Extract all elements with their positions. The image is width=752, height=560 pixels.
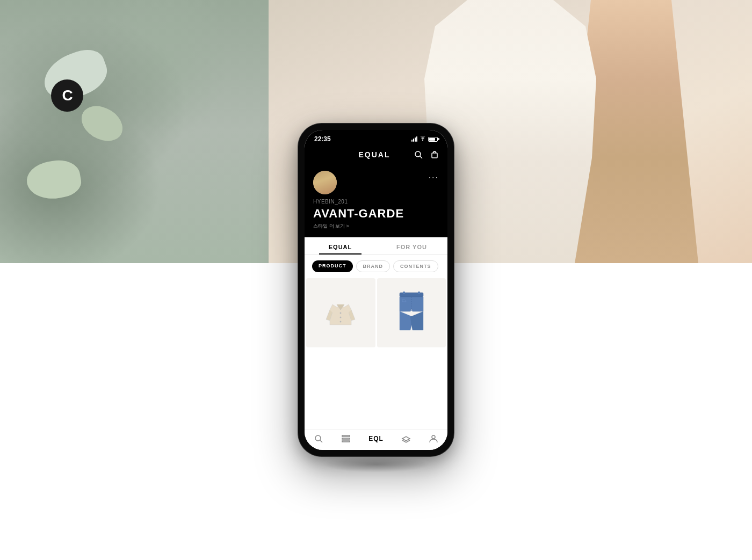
nav-profile[interactable] <box>429 434 438 443</box>
svg-rect-8 <box>418 292 420 294</box>
nav-feed[interactable] <box>341 434 351 443</box>
texture-left <box>0 0 269 263</box>
view-more-link[interactable]: 스타일 더 보기 > <box>313 223 439 230</box>
svg-rect-2 <box>432 153 437 158</box>
paint-patch <box>77 103 127 145</box>
tab-equal[interactable]: EQUAL <box>305 237 376 254</box>
svg-line-1 <box>420 156 422 158</box>
more-options-button[interactable]: ... <box>429 171 439 180</box>
paint-patch <box>24 157 84 203</box>
phone-mockup-container: 22:35 <box>298 123 454 456</box>
battery-icon <box>428 137 438 142</box>
profile-row: ... <box>313 171 439 194</box>
nav-search[interactable] <box>314 434 323 443</box>
avatar[interactable] <box>313 171 337 194</box>
header-icons <box>414 150 439 159</box>
status-bar: 22:35 <box>305 130 447 146</box>
chip-brand[interactable]: BRAND <box>356 260 391 272</box>
app-header: EQUAL <box>305 146 447 165</box>
style-title: AVANT-GARDE <box>313 207 439 221</box>
signal-icon <box>411 136 417 142</box>
filter-chips-row: PRODUCT BRAND CONTENTS <box>305 255 447 277</box>
tab-for-you[interactable]: FOR YOU <box>376 237 447 254</box>
svg-rect-12 <box>342 435 350 437</box>
main-tab-bar: EQUAL FOR YOU <box>305 237 447 255</box>
svg-point-0 <box>415 151 421 157</box>
app-title: EQUAL <box>359 150 391 159</box>
search-icon[interactable] <box>414 150 423 159</box>
phone-device: 22:35 <box>298 123 454 456</box>
svg-point-5 <box>340 321 342 323</box>
nav-stack[interactable] <box>401 434 411 443</box>
wifi-icon <box>420 136 426 142</box>
profile-section: ... HYEBIN_201 AVANT-GARDE 스타일 더 보기 > <box>305 165 447 237</box>
svg-line-11 <box>320 440 322 442</box>
status-icons <box>411 136 438 142</box>
svg-rect-14 <box>342 441 350 442</box>
product-grid <box>305 277 447 429</box>
chip-product[interactable]: PRODUCT <box>312 260 353 272</box>
jeans-illustration <box>395 290 428 336</box>
svg-point-4 <box>340 317 342 318</box>
c-brand-logo[interactable]: C <box>51 79 83 112</box>
cart-icon[interactable] <box>430 150 439 159</box>
bottom-navigation: EQL <box>305 429 447 450</box>
svg-rect-7 <box>403 292 405 294</box>
username-label: HYEBIN_201 <box>313 199 439 205</box>
svg-point-10 <box>315 435 321 441</box>
nav-logo-eql[interactable]: EQL <box>368 435 384 442</box>
status-time: 22:35 <box>314 135 331 143</box>
product-card-jeans[interactable] <box>377 278 446 347</box>
chip-contents[interactable]: CONTENTS <box>393 260 438 272</box>
product-card-jacket[interactable] <box>306 278 375 347</box>
jacket-illustration <box>322 294 359 331</box>
svg-point-15 <box>432 435 435 439</box>
phone-screen: 22:35 <box>305 130 447 450</box>
svg-rect-13 <box>342 438 350 439</box>
svg-point-3 <box>340 312 342 314</box>
